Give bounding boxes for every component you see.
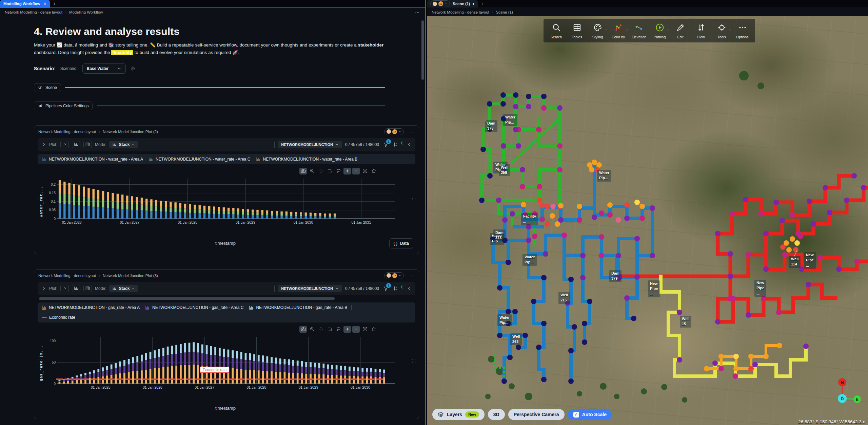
svg-text:01 Jan 2026: 01 Jan 2026 xyxy=(143,385,162,389)
presence-avatars[interactable]: 18 xyxy=(384,272,404,279)
sort-button[interactable] xyxy=(393,142,398,147)
scatter-plot-button[interactable] xyxy=(60,285,69,292)
table-select[interactable]: NETWORKMODELJUNCTION xyxy=(278,141,342,148)
horizontal-scrollbar[interactable] xyxy=(39,297,335,300)
section-divider xyxy=(65,87,385,88)
drag-handle[interactable]: ⋮⋮ xyxy=(411,198,417,201)
scatter-plot-button[interactable] xyxy=(60,141,69,148)
bar-plot-button[interactable] xyxy=(72,285,80,292)
breadcrumb-current[interactable]: Scene (1) xyxy=(496,10,513,14)
new-tab-button[interactable]: + xyxy=(478,0,487,7)
avatar-badge: 18 xyxy=(438,1,443,6)
filter-button[interactable]: 1 xyxy=(382,142,390,147)
close-icon[interactable]: ✕ xyxy=(43,1,46,6)
legend-item[interactable]: NETWORKMODELJUNCTION - gas_rate - Area B xyxy=(249,305,352,310)
breadcrumb-root[interactable]: Network Modelling - dense layout xyxy=(5,10,62,14)
autoscale-button[interactable] xyxy=(361,326,369,333)
download-png-button[interactable] xyxy=(299,326,307,333)
network-overlay-svg[interactable] xyxy=(427,16,868,425)
mode-select[interactable]: Stack xyxy=(109,141,138,148)
intro-text: Build a repeatable self-service workflow… xyxy=(156,42,358,48)
vertical-scrollbar[interactable] xyxy=(421,20,424,80)
breadcrumb-menu-button[interactable]: ⋯ xyxy=(415,10,420,15)
panel-breadcrumb-root[interactable]: Network Modelling - dense layout xyxy=(38,274,96,278)
tool-edit[interactable]: Edit xyxy=(670,23,690,39)
svg-text:01 Jan 2029: 01 Jan 2029 xyxy=(236,220,255,224)
table-view-button[interactable] xyxy=(83,285,92,292)
download-png-button[interactable] xyxy=(299,168,307,174)
tool-tools[interactable]: Tools xyxy=(712,23,732,39)
stacked-bar-chart-svg[interactable]: 00.050.10.150.201 Jan 202601 Jan 202701 … xyxy=(46,176,398,227)
layers-button[interactable]: Layers New xyxy=(432,409,485,420)
perspective-camera-button[interactable]: Perspective Camera xyxy=(508,409,565,420)
panel-menu-button[interactable]: ⋯ xyxy=(410,129,415,134)
legend-label: NETWORKMODELJUNCTION - gas_rate - Area C xyxy=(152,305,243,310)
autoscale-button[interactable] xyxy=(361,168,369,174)
breadcrumb-root[interactable]: Network Modelling - dense layout xyxy=(432,10,489,14)
flow-arrows-icon xyxy=(697,23,706,32)
gas-rate-chart[interactable]: ⋮⋮ gas_rate [m... 05010001 Jan 202501 Ja… xyxy=(39,334,416,392)
tool-elevation[interactable]: Elevation xyxy=(629,23,649,39)
panel-menu-button[interactable]: ⋯ xyxy=(410,273,415,278)
panel-breadcrumb-current[interactable]: Network Model Junction Plot (2) xyxy=(103,130,158,134)
zoom-tool-button[interactable] xyxy=(308,168,316,174)
collapse-panel-icon[interactable] xyxy=(407,286,411,291)
legend-item[interactable]: NETWORKMODELJUNCTION - gas_rate - Area A xyxy=(42,305,140,310)
legend-item[interactable]: NETWORKMODELJUNCTION - gas_rate - Area C xyxy=(145,305,243,310)
tool-tables[interactable]: Tables xyxy=(567,23,587,39)
tool-color-by[interactable]: Color by xyxy=(608,23,628,39)
water-rate-chart[interactable]: ⋮⋮ water_rat... 00.050.10.150.201 Jan 20… xyxy=(39,176,416,227)
bar-plot-button[interactable] xyxy=(72,141,80,148)
expand-row-icon[interactable] xyxy=(42,286,46,291)
tool-flow[interactable]: Flow xyxy=(691,23,711,39)
presence-avatars[interactable]: 18 xyxy=(384,128,404,135)
pan-tool-button[interactable] xyxy=(317,168,324,174)
stacked-bar-chart-svg[interactable]: 05010001 Jan 202501 Jan 202601 Jan 20270… xyxy=(46,334,398,392)
expand-row-icon[interactable] xyxy=(42,142,46,147)
sort-button[interactable] xyxy=(393,285,398,291)
axis-gizmo[interactable]: N E D xyxy=(829,377,861,413)
panel-breadcrumb-root[interactable]: Network Modelling - dense layout xyxy=(38,130,96,134)
zoom-in-button[interactable] xyxy=(343,168,351,174)
3d-toggle-button[interactable]: 3D xyxy=(488,409,505,420)
box-select-button[interactable] xyxy=(326,168,333,174)
zoom-out-button[interactable] xyxy=(352,326,360,333)
gear-icon[interactable] xyxy=(131,66,136,71)
legend-item-economic-rate[interactable]: Economic rate xyxy=(42,315,75,320)
auto-scale-toggle[interactable]: ✓ Auto Scale xyxy=(568,409,612,420)
pipelines-color-settings-button[interactable]: Pipelines Color Settings xyxy=(34,101,93,110)
presence-avatars[interactable]: 18 xyxy=(430,0,450,7)
stakeholder-link[interactable]: stakeholder xyxy=(358,42,384,48)
tool-styling[interactable]: Styling xyxy=(588,23,608,39)
scenario-select[interactable]: Base Water xyxy=(82,63,126,74)
collapse-panel-icon[interactable] xyxy=(407,142,411,147)
new-tab-button[interactable]: + xyxy=(50,0,59,7)
pan-tool-button[interactable] xyxy=(317,326,324,333)
zoom-out-button[interactable] xyxy=(352,168,360,174)
lasso-select-button[interactable] xyxy=(335,168,342,174)
legend-item[interactable]: NETWORKMODELJUNCTION - water_rate - Area… xyxy=(149,157,250,162)
reset-axes-button[interactable] xyxy=(370,326,377,333)
box-select-button[interactable] xyxy=(326,326,333,333)
zoom-in-button[interactable] xyxy=(343,326,351,333)
breadcrumb-current[interactable]: Modelling Workflow xyxy=(69,10,103,14)
scene-map[interactable]: Water Pip... Dam 378 Water Pip... Well 3… xyxy=(427,16,868,425)
filter-button[interactable]: 1 xyxy=(382,286,390,291)
scene-section-button[interactable]: Scene xyxy=(34,83,61,92)
tab-modelling-workflow[interactable]: Modelling Workflow ✕ xyxy=(0,0,50,7)
tool-options[interactable]: Options xyxy=(732,23,752,39)
zoom-tool-button[interactable] xyxy=(308,326,316,333)
legend-item[interactable]: NETWORKMODELJUNCTION - water_rate - Area… xyxy=(256,157,357,162)
lasso-select-button[interactable] xyxy=(335,326,342,333)
tab-scene[interactable]: 18 Scene (1) xyxy=(427,0,478,7)
tool-pathing[interactable]: Pathing xyxy=(650,23,670,39)
panel-breadcrumb-current[interactable]: Network Model Junction Plot (3) xyxy=(103,274,158,278)
legend-item[interactable]: NETWORKMODELJUNCTION - water_rate - Area… xyxy=(42,157,143,162)
table-view-button[interactable] xyxy=(83,141,92,148)
drag-handle[interactable]: ⋮⋮ xyxy=(411,359,417,363)
table-select[interactable]: NETWORKMODELJUNCTION xyxy=(278,285,342,292)
reset-axes-button[interactable] xyxy=(370,168,377,174)
tool-search[interactable]: Search xyxy=(546,23,566,39)
data-button[interactable]: { } Data xyxy=(389,238,413,248)
mode-select[interactable]: Stack xyxy=(109,285,138,292)
